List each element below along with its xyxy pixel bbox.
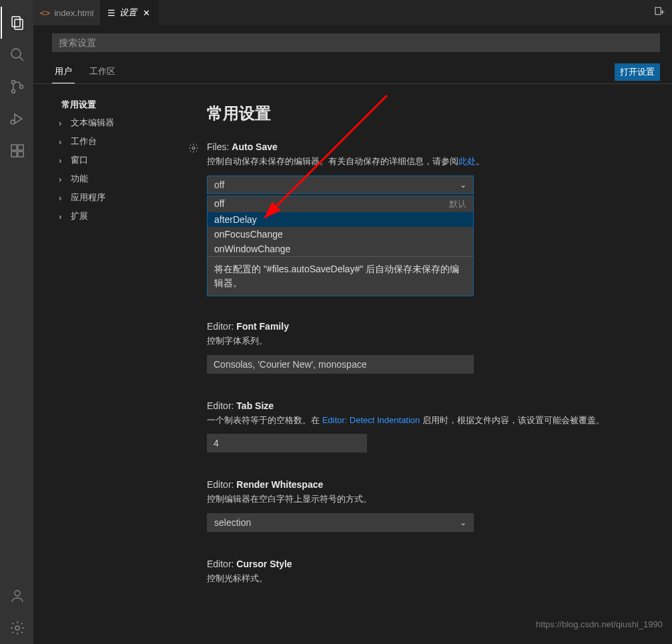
toc-item-application[interactable]: ›应用程序	[52, 188, 180, 207]
font-family-input[interactable]	[207, 355, 474, 374]
svg-point-13	[15, 591, 20, 596]
toc-item-window[interactable]: ›窗口	[52, 151, 180, 170]
svg-point-6	[20, 85, 23, 89]
modified-gear-icon[interactable]	[188, 143, 199, 155]
option-on-focus-change[interactable]: onFocusChange	[208, 227, 473, 242]
open-settings-json-button[interactable]: 打开设置	[615, 63, 660, 81]
close-icon[interactable]: ✕	[141, 7, 151, 18]
scope-tab-user[interactable]: 用户	[52, 60, 75, 83]
search-icon[interactable]	[1, 39, 33, 71]
explorer-icon[interactable]	[1, 7, 33, 39]
chevron-down-icon: ⌄	[460, 518, 466, 527]
setting-title: Editor: Tab Size	[207, 400, 663, 411]
setting-title: Editor: Cursor Style	[207, 559, 663, 569]
svg-rect-0	[12, 17, 20, 27]
settings-gear-icon[interactable]	[1, 612, 33, 644]
section-heading: 常用设置	[207, 103, 663, 124]
svg-point-2	[11, 49, 21, 58]
setting-description: 控制编辑器在空白字符上显示符号的方式。	[207, 493, 663, 507]
select-value: selection	[214, 517, 251, 528]
svg-rect-9	[11, 145, 17, 150]
option-after-delay[interactable]: afterDelay	[208, 212, 473, 227]
setting-tab-size: Editor: Tab Size 一个制表符等于的空格数。在 Editor: D…	[207, 400, 663, 453]
tab-label: 设置	[119, 7, 137, 19]
setting-description: 控制光标样式。	[207, 572, 663, 586]
setting-title: Editor: Font Family	[207, 321, 663, 332]
tab-bar: <> index.html ☰ 设置 ✕	[33, 0, 672, 25]
svg-rect-12	[18, 145, 23, 150]
activity-bar	[0, 0, 33, 644]
account-icon[interactable]	[1, 580, 33, 612]
chevron-right-icon: ›	[59, 212, 68, 222]
settings-tab-icon: ☰	[107, 8, 115, 18]
chevron-down-icon: ⌄	[460, 180, 466, 190]
svg-rect-10	[11, 151, 17, 157]
settings-search-input[interactable]	[52, 33, 660, 52]
toc-item-extensions[interactable]: ›扩展	[52, 207, 180, 226]
tab-settings[interactable]: ☰ 设置 ✕	[101, 0, 159, 25]
option-on-window-change[interactable]: onWindowChange	[208, 242, 473, 256]
select-value: off	[214, 180, 224, 190]
auto-save-dropdown: off 默认 afterDelay onFocusChange onWindow…	[207, 196, 474, 296]
setting-cursor-style: Editor: Cursor Style 控制光标样式。	[207, 559, 663, 586]
toc-item-features[interactable]: ›功能	[52, 170, 180, 188]
svg-point-16	[192, 147, 195, 149]
setting-auto-save: Files: Auto Save 控制自动保存未保存的编辑器。有关自动保存的详细…	[207, 141, 663, 194]
tab-index-html[interactable]: <> index.html	[33, 0, 101, 25]
setting-font-family: Editor: Font Family 控制字体系列。	[207, 321, 663, 374]
option-off[interactable]: off 默认	[208, 196, 473, 212]
svg-line-3	[19, 57, 23, 61]
default-badge: 默认	[449, 198, 466, 210]
svg-rect-15	[655, 7, 661, 15]
svg-point-4	[12, 81, 15, 84]
scope-tab-workspace[interactable]: 工作区	[87, 60, 118, 83]
link-auto-save-docs[interactable]: 此处	[458, 156, 476, 166]
source-control-icon[interactable]	[1, 71, 33, 103]
setting-description: 一个制表符等于的空格数。在 Editor: Detect Indentation…	[207, 414, 663, 428]
editor-area: <> index.html ☰ 设置 ✕ 用户 工作区 打开设置 常用设置 ›文…	[33, 0, 672, 644]
chevron-right-icon: ›	[59, 155, 68, 166]
svg-rect-11	[18, 151, 23, 157]
scope-tabs: 用户 工作区 打开设置	[33, 60, 672, 84]
settings-list: 常用设置 Files: Auto Save 控制自动保存未保存的编辑器。有关自动…	[187, 84, 672, 644]
watermark: https://blog.csdn.net/qiushi_1990	[536, 619, 663, 629]
toc-item-text-editor[interactable]: ›文本编辑器	[52, 113, 180, 132]
setting-title: Editor: Render Whitespace	[207, 479, 663, 490]
svg-marker-7	[15, 114, 22, 123]
dropdown-hint: 将在配置的 "#files.autoSaveDelay#" 后自动保存未保存的编…	[208, 256, 473, 296]
svg-point-8	[11, 120, 15, 124]
toc-item-workbench[interactable]: ›工作台	[52, 132, 180, 151]
link-detect-indentation[interactable]: Editor: Detect Indentation	[322, 415, 420, 425]
debug-icon[interactable]	[1, 103, 33, 135]
settings-editor: 用户 工作区 打开设置 常用设置 ›文本编辑器 ›工作台 ›窗口 ›功能 ›应用…	[33, 25, 672, 644]
toc-heading[interactable]: 常用设置	[52, 96, 180, 113]
setting-description: 控制字体系列。	[207, 334, 663, 348]
chevron-right-icon: ›	[59, 174, 68, 184]
chevron-right-icon: ›	[59, 118, 68, 128]
setting-description: 控制自动保存未保存的编辑器。有关自动保存的详细信息，请参阅此处。	[207, 155, 663, 169]
render-whitespace-select[interactable]: selection ⌄	[207, 513, 474, 532]
chevron-right-icon: ›	[59, 193, 68, 203]
tab-size-input[interactable]	[207, 434, 367, 452]
chevron-right-icon: ›	[59, 137, 68, 147]
extensions-icon[interactable]	[1, 135, 33, 167]
new-file-icon[interactable]	[653, 6, 665, 20]
svg-point-14	[15, 626, 19, 630]
settings-toc: 常用设置 ›文本编辑器 ›工作台 ›窗口 ›功能 ›应用程序 ›扩展	[33, 84, 187, 644]
svg-point-5	[12, 90, 15, 93]
tab-label: index.html	[54, 8, 93, 18]
svg-rect-1	[15, 19, 23, 29]
setting-render-whitespace: Editor: Render Whitespace 控制编辑器在空白字符上显示符…	[207, 479, 663, 532]
auto-save-select[interactable]: off ⌄	[207, 176, 474, 194]
file-icon: <>	[40, 8, 50, 18]
setting-title: Files: Auto Save	[207, 141, 663, 152]
